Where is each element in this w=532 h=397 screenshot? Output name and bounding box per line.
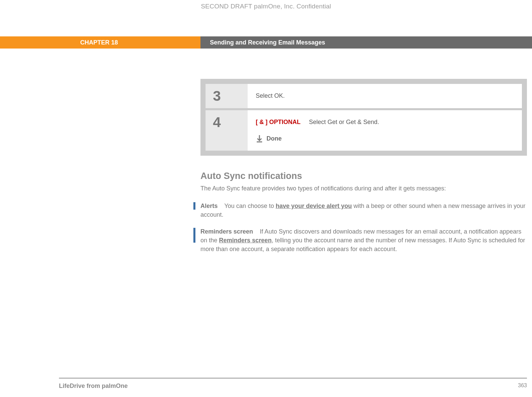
- reminders-link[interactable]: Reminders screen: [219, 237, 272, 244]
- footer-product: LifeDrive from palmOne: [59, 383, 128, 390]
- step-4-row: 4 [ & ] OPTIONAL Select Get or Get & Sen…: [206, 110, 522, 151]
- chapter-label: CHAPTER 18: [0, 36, 200, 49]
- page-footer: LifeDrive from palmOne 363: [59, 383, 527, 390]
- section-intro: The Auto Sync feature provides two types…: [200, 184, 527, 193]
- step-4-text: Select Get or Get & Send.: [309, 119, 379, 125]
- footer-page-number: 363: [518, 383, 527, 390]
- done-label: Done: [267, 134, 282, 143]
- change-bar-icon: [193, 202, 195, 210]
- alerts-text-before: You can choose to: [224, 203, 276, 209]
- alerts-lead: Alerts: [200, 203, 218, 209]
- steps-container: 3 Select OK. 4 [ & ] OPTIONAL Select Get…: [200, 79, 527, 156]
- reminders-paragraph: Reminders screen If Auto Sync discovers …: [200, 227, 527, 253]
- step-3-body: Select OK.: [248, 84, 522, 108]
- step-4-body: [ & ] OPTIONAL Select Get or Get & Send.…: [248, 110, 522, 151]
- change-bar-icon: [193, 228, 195, 243]
- step-4-number: 4: [206, 110, 248, 151]
- done-row: Done: [256, 134, 514, 143]
- watermark-text: SECOND DRAFT palmOne, Inc. Confidential: [0, 0, 532, 10]
- done-arrow-icon: [256, 135, 263, 143]
- step-3-number: 3: [206, 84, 248, 108]
- chapter-header-bar: CHAPTER 18 Sending and Receiving Email M…: [0, 36, 532, 49]
- step-3-text: Select OK.: [256, 92, 285, 99]
- optional-label: OPTIONAL: [269, 119, 301, 125]
- footer-rule: [59, 378, 527, 378]
- alerts-link[interactable]: have your device alert you: [276, 203, 352, 209]
- section-heading: Auto Sync notifications: [200, 171, 527, 181]
- alerts-paragraph: Alerts You can choose to have your devic…: [200, 202, 527, 219]
- optional-bracket: [ & ]: [256, 119, 268, 125]
- step-3-row: 3 Select OK.: [206, 84, 522, 108]
- chapter-title: Sending and Receiving Email Messages: [200, 36, 532, 49]
- reminders-lead: Reminders screen: [200, 228, 253, 235]
- main-content: 3 Select OK. 4 [ & ] OPTIONAL Select Get…: [200, 79, 527, 254]
